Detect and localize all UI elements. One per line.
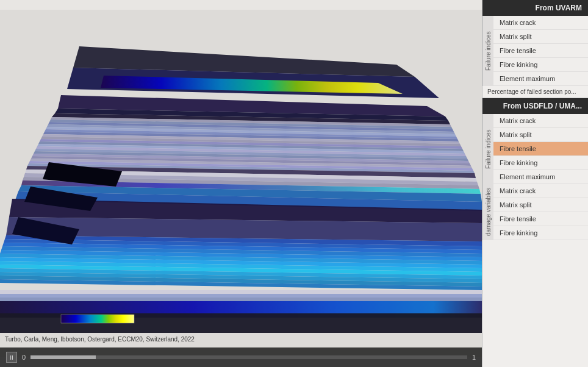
svg-marker-49 [0, 290, 482, 294]
citation-text: Turbo, Carla, Meng, Ibbotson, Ostergard,… [0, 335, 199, 344]
section2-damage-label: damage variables [482, 184, 493, 240]
section1-failure-group: Failure indices Matrix crack Matrix spli… [482, 16, 588, 86]
s2d-fibre-kinking[interactable]: Fibre kinking [493, 226, 588, 240]
svg-marker-50 [0, 294, 482, 298]
visualization-canvas [0, 0, 482, 367]
s1-matrix-split[interactable]: Matrix split [493, 30, 588, 44]
s1-element-maximum[interactable]: Element maximum [493, 72, 588, 86]
svg-marker-51 [0, 298, 482, 301]
progress-bar[interactable] [30, 355, 467, 359]
section2-failure-group: Failure indices Matrix crack Matrix spli… [482, 114, 588, 184]
pause-icon: ⏸ [9, 354, 15, 361]
s2-element-maximum[interactable]: Element maximum [493, 170, 588, 184]
s2d-matrix-crack[interactable]: Matrix crack [493, 184, 588, 198]
svg-rect-57 [61, 315, 134, 323]
main-container: ⏸ 0 1 Turbo, Carla, Meng, Ibbotson, Oste… [0, 0, 588, 367]
s1-fibre-tensile[interactable]: Fibre tensile [493, 44, 588, 58]
s2d-matrix-split[interactable]: Matrix split [493, 198, 588, 212]
section2-failure-label: Failure indices [482, 114, 493, 184]
section2-failure-items: Matrix crack Matrix split Fibre tensile … [493, 114, 588, 184]
s1-fibre-kinking[interactable]: Fibre kinking [493, 58, 588, 72]
s2-matrix-crack[interactable]: Matrix crack [493, 114, 588, 128]
section2-damage-group: damage variables Matrix crack Matrix spl… [482, 184, 588, 240]
section1-note: Percentage of failed section po... [482, 86, 588, 98]
bottom-bar: ⏸ 0 1 [0, 347, 482, 367]
progress-fill [30, 355, 96, 359]
s2d-fibre-tensile[interactable]: Fibre tensile [493, 212, 588, 226]
s1-matrix-crack[interactable]: Matrix crack [493, 16, 588, 30]
time-start-label: 0 [22, 354, 26, 361]
s2-fibre-kinking[interactable]: Fibre kinking [493, 156, 588, 170]
time-end-label: 1 [472, 354, 476, 361]
s2-matrix-split[interactable]: Matrix split [493, 128, 588, 142]
section2-damage-items: Matrix crack Matrix split Fibre tensile … [493, 184, 588, 240]
right-panel: From UVARM Failure indices Matrix crack … [482, 0, 588, 367]
viz-area: ⏸ 0 1 Turbo, Carla, Meng, Ibbotson, Oste… [0, 0, 482, 367]
section1-failure-label: Failure indices [482, 16, 493, 86]
section1-failure-items: Matrix crack Matrix split Fibre tensile … [493, 16, 588, 86]
s2-fibre-tensile[interactable]: Fibre tensile [493, 142, 588, 156]
section2-header: From USDFLD / UMA... [482, 98, 588, 114]
section1-header: From UVARM [482, 0, 588, 16]
play-button[interactable]: ⏸ [6, 352, 17, 363]
